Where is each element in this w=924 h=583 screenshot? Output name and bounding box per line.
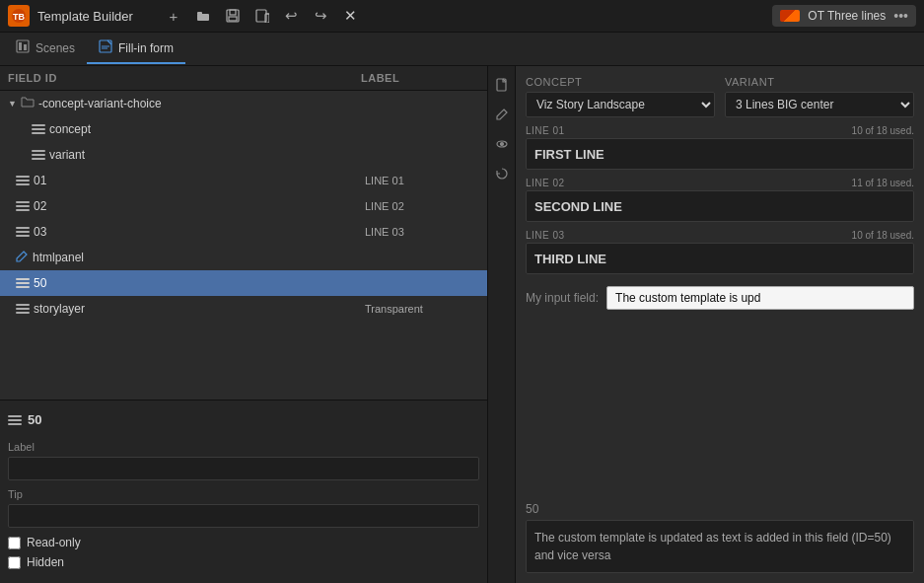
svg-rect-6 (229, 17, 237, 21)
properties-panel: 50 Label Tip Read-only Hidden (0, 400, 487, 583)
line-01-group: LINE 01 10 of 18 used. (526, 125, 914, 170)
row-text: -concept-variant-choice (38, 97, 162, 110)
tree-row[interactable]: htmlpanel (0, 245, 487, 270)
line-03-header: LINE 03 10 of 18 used. (526, 230, 914, 241)
row-text: 01 (34, 174, 46, 187)
tip-prop-label: Tip (8, 488, 479, 500)
tab-fill-in-form[interactable]: Fill-in form (87, 34, 185, 64)
label-prop: Label (8, 441, 479, 480)
svg-rect-11 (24, 44, 27, 50)
my-input-field-label: My input field: (526, 291, 599, 305)
close-button[interactable]: ✕ (338, 3, 364, 29)
row-id-htmlpanel: htmlpanel (16, 250, 365, 265)
row-text: variant (49, 148, 85, 162)
line-03-input[interactable] (526, 243, 914, 274)
side-toolbar (488, 66, 516, 583)
line-03-label: LINE 03 (526, 230, 565, 241)
row-id-50: 50 (16, 276, 365, 290)
tree-row[interactable]: ▼ -concept-variant-choice (0, 91, 487, 116)
side-file-button[interactable] (491, 74, 513, 96)
fill-in-form-icon (99, 39, 112, 56)
line-02-input[interactable] (526, 190, 914, 222)
tree-row-selected[interactable]: 50 (0, 270, 487, 296)
row-id-variant: variant (32, 148, 365, 162)
line-03-group: LINE 03 10 of 18 used. (526, 230, 914, 274)
hidden-label: Hidden (27, 555, 64, 569)
readonly-label: Read-only (27, 536, 81, 549)
label-prop-label: Label (8, 441, 479, 453)
info-id: 50 (526, 502, 914, 516)
line-01-label: LINE 01 (526, 125, 565, 136)
tab-scenes-label: Scenes (36, 41, 75, 55)
tree-row[interactable]: concept (0, 116, 487, 142)
scenes-icon (16, 39, 30, 56)
concept-label: Concept (526, 76, 715, 88)
row-id-02: 02 (16, 199, 365, 213)
readonly-checkbox[interactable] (8, 537, 21, 549)
main-container: Field ID Label ▼ -concept-variant-choice (0, 66, 924, 583)
props-icon (8, 414, 22, 426)
info-box: The custom template is updated as text i… (526, 520, 914, 573)
tree-area: Field ID Label ▼ -concept-variant-choice (0, 66, 487, 400)
concept-select[interactable]: Viz Story Landscape (526, 92, 715, 117)
side-edit-button[interactable] (491, 104, 513, 125)
save-button[interactable] (220, 3, 246, 29)
tab-fill-in-form-label: Fill-in form (118, 41, 174, 55)
open-button[interactable] (190, 3, 216, 29)
arrow-icon: ▼ (8, 99, 17, 109)
row-id-concept-variant: ▼ -concept-variant-choice (8, 96, 365, 110)
title-bar-left: TB Template Builder + (8, 3, 772, 29)
svg-point-15 (500, 143, 503, 146)
new-button[interactable]: + (161, 3, 186, 29)
tip-prop: Tip (8, 488, 479, 528)
row-label: Transparent (365, 303, 483, 315)
save-as-button[interactable] (249, 3, 275, 29)
props-title: 50 (8, 408, 479, 431)
row-label: LINE 03 (365, 226, 483, 238)
active-template: OT Three lines ••• (772, 5, 916, 27)
tree-row[interactable]: 03 LINE 03 (0, 219, 487, 245)
folder-icon (21, 96, 35, 110)
tree-row[interactable]: variant (0, 142, 487, 168)
row-id-01: 01 (16, 174, 365, 187)
line-03-count: 10 of 18 used. (852, 230, 914, 241)
left-panel: Field ID Label ▼ -concept-variant-choice (0, 66, 488, 583)
undo-button[interactable]: ↩ (279, 3, 305, 29)
concept-group: Concept Viz Story Landscape (526, 76, 715, 117)
hidden-row: Hidden (8, 555, 479, 569)
tree-row[interactable]: 02 LINE 02 (0, 193, 487, 219)
side-view-button[interactable] (491, 133, 513, 155)
redo-button[interactable]: ↪ (309, 3, 334, 29)
hidden-checkbox[interactable] (8, 556, 21, 569)
row-text: 03 (34, 225, 46, 239)
row-text: storylayer (34, 302, 85, 316)
tab-scenes[interactable]: Scenes (4, 34, 87, 64)
line-02-group: LINE 02 11 of 18 used. (526, 178, 914, 222)
spacer (526, 318, 914, 494)
title-bar-right: OT Three lines ••• (772, 5, 916, 27)
tree-row[interactable]: storylayer Transparent (0, 296, 487, 322)
col-id-header: Field ID (8, 72, 361, 84)
label-input[interactable] (8, 457, 479, 480)
lines-icon (32, 149, 45, 161)
title-bar: TB Template Builder + (0, 0, 924, 33)
my-input-field-input[interactable] (606, 286, 914, 310)
svg-rect-5 (230, 10, 236, 15)
lines-icon (16, 175, 30, 186)
side-refresh-button[interactable] (491, 163, 513, 184)
template-more-button[interactable]: ••• (893, 8, 908, 24)
tree-row[interactable]: 01 LINE 01 (0, 168, 487, 193)
lines-icon (16, 200, 30, 212)
concept-variant-row: Concept Viz Story Landscape Variant 3 Li… (526, 76, 914, 117)
tree-header: Field ID Label (0, 66, 487, 91)
svg-rect-10 (19, 42, 22, 50)
variant-select[interactable]: 3 Lines BIG center (725, 92, 914, 117)
line-01-input[interactable] (526, 138, 914, 170)
line-02-header: LINE 02 11 of 18 used. (526, 178, 914, 188)
tip-input[interactable] (8, 504, 479, 528)
row-label: LINE 02 (365, 200, 483, 212)
template-name: OT Three lines (808, 9, 886, 23)
lines-icon (16, 303, 30, 315)
line-01-count: 10 of 18 used. (852, 125, 914, 136)
svg-rect-9 (17, 40, 29, 52)
